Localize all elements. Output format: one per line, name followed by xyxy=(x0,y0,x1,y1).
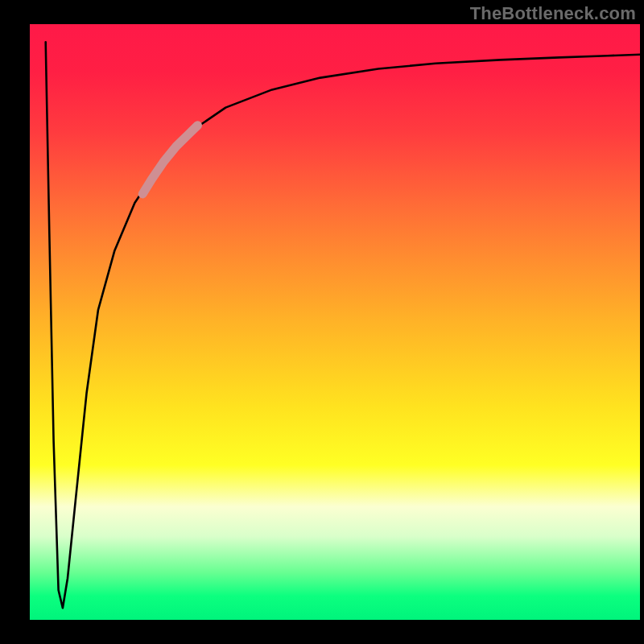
curve-path xyxy=(46,42,640,608)
watermark-text: TheBottleneck.com xyxy=(470,3,636,24)
highlight-segment xyxy=(142,126,197,194)
chart-svg xyxy=(0,0,644,644)
chart-frame: TheBottleneck.com xyxy=(0,0,644,644)
